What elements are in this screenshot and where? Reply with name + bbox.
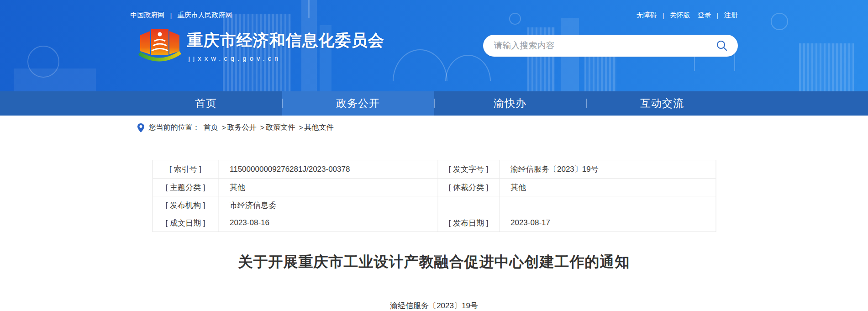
document-number: 渝经信服务〔2023〕19号	[0, 300, 868, 311]
meta-label-doc-symbol: [ 发文字号 ]	[438, 160, 500, 178]
site-identity: 重庆市经济和信息化委员会 jjxxw.cq.gov.cn	[187, 30, 384, 62]
link-login[interactable]: 登录	[698, 11, 711, 20]
search-box[interactable]	[483, 35, 738, 57]
meta-value-genre-category: 其他	[500, 178, 715, 196]
document-title: 关于开展重庆市工业设计产教融合促进中心创建工作的通知	[0, 252, 868, 272]
meta-label-genre-category: [ 体裁分类 ]	[438, 178, 500, 196]
breadcrumb-policy-docs[interactable]: 政策文件	[266, 123, 295, 132]
breadcrumb: 您当前的位置： 首页 > 政务公开 > 政策文件 > 其他文件	[137, 123, 731, 132]
site-url: jjxxw.cq.gov.cn	[187, 54, 384, 62]
meta-value-issuing-agency: 市经济信息委	[219, 196, 438, 214]
search-icon	[716, 40, 728, 52]
meta-label-empty	[438, 196, 500, 214]
building-decoration	[799, 43, 854, 91]
search-input[interactable]	[494, 41, 715, 51]
cloud-decoration	[27, 46, 59, 78]
breadcrumb-gov-affairs[interactable]: 政务公开	[227, 123, 257, 132]
nav-item-home[interactable]: 首页	[130, 91, 282, 116]
meta-value-empty	[500, 196, 715, 214]
divider: |	[663, 11, 664, 19]
breadcrumb-home[interactable]: 首页	[204, 123, 218, 132]
nav-item-interaction[interactable]: 互动交流	[586, 91, 738, 116]
cloud-decoration	[771, 13, 788, 30]
gov-links: 中国政府网 | 重庆市人民政府网	[131, 11, 232, 20]
meta-value-index-no: 11500000009276281J/2023-00378	[219, 160, 438, 178]
document-meta-table: [ 索引号 ] 11500000009276281J/2023-00378 [ …	[152, 160, 716, 232]
meta-label-issuing-agency: [ 发布机构 ]	[153, 196, 219, 214]
meta-label-written-date: [ 成文日期 ]	[153, 214, 219, 232]
site-name: 重庆市经济和信息化委员会	[187, 30, 384, 51]
nav-item-gov-affairs[interactable]: 政务公开	[282, 91, 434, 116]
nav-items: 首页 政务公开 渝快办 互动交流	[130, 91, 738, 116]
breadcrumb-separator: >	[299, 124, 303, 132]
location-pin-icon	[137, 123, 144, 132]
meta-label-index-no: [ 索引号 ]	[153, 160, 219, 178]
breadcrumb-other-docs[interactable]: 其他文件	[305, 123, 334, 132]
site-header: 重庆市经济和信息化委员会 jjxxw.cq.gov.cn	[131, 26, 738, 65]
divider: |	[170, 11, 172, 19]
breadcrumb-separator: >	[222, 124, 226, 132]
link-register[interactable]: 注册	[724, 11, 738, 20]
emblem-icon	[137, 26, 183, 65]
meta-value-written-date: 2023-08-16	[219, 214, 438, 232]
link-accessibility[interactable]: 无障碍	[637, 11, 657, 20]
building-decoration	[14, 69, 96, 91]
link-china-gov[interactable]: 中国政府网	[131, 11, 165, 20]
meta-value-publish-date: 2023-08-17	[500, 214, 715, 232]
page: 中国政府网 | 重庆市人民政府网 无障碍 | 关怀版 登录 | 注册	[0, 0, 868, 311]
top-links-bar: 中国政府网 | 重庆市人民政府网 无障碍 | 关怀版 登录 | 注册	[131, 0, 738, 20]
utility-links: 无障碍 | 关怀版 登录 | 注册	[637, 11, 738, 20]
breadcrumb-separator: >	[260, 124, 264, 132]
link-chongqing-gov[interactable]: 重庆市人民政府网	[177, 11, 232, 20]
main-navigation: 首页 政务公开 渝快办 互动交流	[0, 91, 868, 116]
link-care-version[interactable]: 关怀版	[670, 11, 690, 20]
nav-item-yukuaiban[interactable]: 渝快办	[434, 91, 586, 116]
breadcrumb-prefix: 您当前的位置：	[149, 123, 200, 132]
meta-label-publish-date: [ 发布日期 ]	[438, 214, 500, 232]
search-button[interactable]	[715, 39, 729, 53]
meta-label-subject-category: [ 主题分类 ]	[153, 178, 219, 196]
divider: |	[717, 11, 719, 19]
site-banner: 中国政府网 | 重庆市人民政府网 无障碍 | 关怀版 登录 | 注册	[0, 0, 868, 91]
meta-value-doc-symbol: 渝经信服务〔2023〕19号	[500, 160, 715, 178]
meta-value-subject-category: 其他	[219, 178, 438, 196]
site-logo[interactable]: 重庆市经济和信息化委员会 jjxxw.cq.gov.cn	[137, 26, 384, 65]
